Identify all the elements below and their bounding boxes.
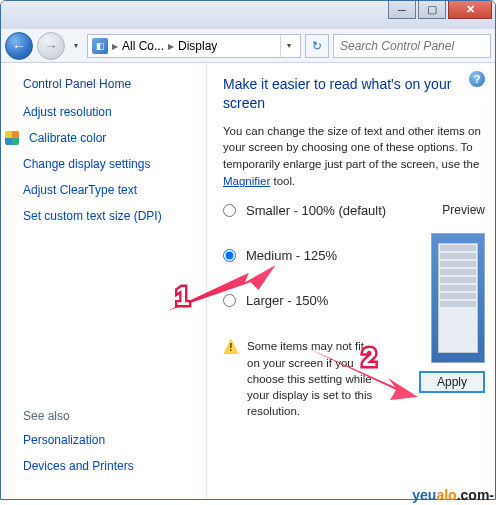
link-custom-text-size[interactable]: Set custom text size (DPI) — [23, 209, 196, 223]
control-panel-icon: ◧ — [92, 38, 108, 54]
window-titlebar: ─ ▢ ✕ — [1, 1, 495, 29]
radio-medium[interactable] — [223, 249, 236, 262]
page-title: Make it easier to read what's on your sc… — [223, 75, 485, 113]
control-panel-window: ─ ▢ ✕ ← → ▾ ◧ ▸ All Co... ▸ Display ▾ ↻ … — [0, 0, 496, 500]
link-calibrate-color[interactable]: Calibrate color — [29, 131, 106, 145]
warning-icon — [223, 338, 239, 354]
apply-button[interactable]: Apply — [419, 371, 485, 393]
preview-image — [431, 233, 485, 363]
link-adjust-cleartype[interactable]: Adjust ClearType text — [23, 183, 196, 197]
help-icon[interactable]: ? — [469, 71, 485, 87]
search-input[interactable] — [333, 34, 491, 58]
control-panel-home-link[interactable]: Control Panel Home — [23, 77, 196, 91]
history-dropdown[interactable]: ▾ — [69, 37, 83, 55]
breadcrumb-display[interactable]: Display — [178, 39, 217, 53]
warning-text: Some items may not fit on your screen if… — [247, 338, 377, 418]
address-dropdown[interactable]: ▾ — [280, 35, 296, 57]
address-bar[interactable]: ◧ ▸ All Co... ▸ Display ▾ — [87, 34, 301, 58]
magnifier-link[interactable]: Magnifier — [223, 175, 270, 187]
link-adjust-resolution[interactable]: Adjust resolution — [23, 105, 196, 119]
preview-label: Preview — [442, 203, 485, 217]
sidebar-links: Adjust resolution Calibrate color Change… — [23, 105, 196, 223]
body-area: Control Panel Home Adjust resolution Cal… — [1, 63, 495, 499]
radio-smaller[interactable] — [223, 204, 236, 217]
side-pane: Control Panel Home Adjust resolution Cal… — [1, 63, 206, 499]
see-also-section: See also Personalization Devices and Pri… — [23, 409, 134, 485]
page-description: You can change the size of text and othe… — [223, 123, 485, 190]
link-change-display-settings[interactable]: Change display settings — [23, 157, 196, 171]
minimize-button[interactable]: ─ — [388, 1, 416, 19]
navigation-bar: ← → ▾ ◧ ▸ All Co... ▸ Display ▾ ↻ — [1, 29, 495, 63]
see-also-header: See also — [23, 409, 134, 423]
link-personalization[interactable]: Personalization — [23, 433, 134, 447]
link-devices-printers[interactable]: Devices and Printers — [23, 459, 134, 473]
shield-icon — [5, 131, 19, 145]
refresh-button[interactable]: ↻ — [305, 34, 329, 58]
breadcrumb-separator: ▸ — [112, 39, 118, 53]
maximize-button[interactable]: ▢ — [418, 1, 446, 19]
radio-larger[interactable] — [223, 294, 236, 307]
breadcrumb-separator: ▸ — [168, 39, 174, 53]
forward-button[interactable]: → — [37, 32, 65, 60]
back-button[interactable]: ← — [5, 32, 33, 60]
watermark: yeualo.com- — [412, 487, 494, 503]
main-pane: ? Make it easier to read what's on your … — [206, 63, 495, 499]
breadcrumb-all[interactable]: All Co... — [122, 39, 164, 53]
close-button[interactable]: ✕ — [448, 1, 492, 19]
